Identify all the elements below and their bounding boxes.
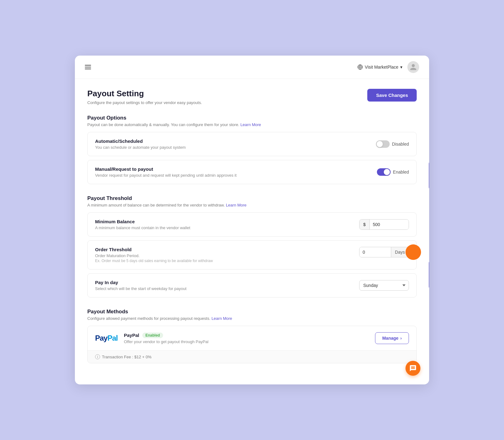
header-right: Visit MarketPlace ▾: [357, 61, 419, 73]
paypal-footer: i Transaction Fee : $12 + 0%: [88, 350, 416, 363]
order-threshold-label: Order Threshold: [95, 247, 213, 252]
payout-methods-title: Payout Methods: [87, 309, 417, 315]
save-changes-button[interactable]: Save Changes: [367, 89, 417, 102]
payout-options-desc: Payout can be done automatically & manua…: [87, 122, 417, 127]
page-header: Payout Setting Configure the payout sett…: [87, 89, 417, 105]
transaction-fee-text: Transaction Fee : $12 + 0%: [102, 355, 152, 359]
paypal-left: PayPal PayPal Enabled Offer your vendor …: [95, 333, 208, 344]
feedback-tab-2[interactable]: Feedback: [429, 261, 429, 289]
visit-marketplace-label: Visit MarketPlace: [365, 65, 398, 70]
pay-in-day-select[interactable]: Sunday Monday Tuesday Wednesday Thursday…: [359, 280, 409, 291]
order-threshold-card: Order Threshold Order Maturation Period.…: [87, 240, 417, 270]
pay-in-day-left: Pay In day Select which will be the star…: [95, 280, 186, 291]
manage-label: Manage: [382, 336, 398, 341]
payout-threshold-desc: A minimum amount of balance can be deter…: [87, 203, 417, 207]
order-threshold-input-group: Days: [359, 247, 409, 257]
user-avatar[interactable]: [407, 61, 419, 73]
automatic-desc: You can schedule or automate your payout…: [95, 145, 186, 150]
automatic-scheduled-card: Automatic/Scheduled You can schedule or …: [87, 132, 417, 156]
min-balance-prefix: $: [360, 220, 370, 229]
pay-in-day-desc: Select which will be the start of weekda…: [95, 286, 186, 291]
manual-request-card: Manual/Request to payout Vendor request …: [87, 160, 417, 184]
decorative-orange-circle: [405, 244, 421, 260]
order-threshold-input-wrap: Days: [359, 247, 409, 257]
manual-desc: Vendor request for payout and request wi…: [95, 173, 236, 178]
order-threshold-left: Order Threshold Order Maturation Period.…: [95, 247, 213, 263]
paypal-name: PayPal: [124, 333, 139, 338]
user-icon: [410, 63, 417, 71]
payout-options-section: Payout Options Payout can be done automa…: [87, 115, 417, 184]
minimum-balance-card: Minimum Balance A minimum balance must c…: [87, 212, 417, 237]
visit-marketplace-button[interactable]: Visit MarketPlace ▾: [357, 64, 402, 70]
min-balance-desc: A minimum balance must contain in the ve…: [95, 225, 190, 230]
pay-in-day-label: Pay In day: [95, 280, 186, 285]
manual-state-label: Enabled: [393, 170, 409, 175]
paypal-main: PayPal PayPal Enabled Offer your vendor …: [88, 326, 416, 350]
min-balance-left: Minimum Balance A minimum balance must c…: [95, 219, 190, 230]
manual-toggle[interactable]: [377, 168, 391, 176]
order-threshold-desc-extra: Ex. Order must be 5 days old sales earni…: [95, 259, 213, 263]
paypal-info: PayPal Enabled Offer your vendor to get …: [124, 333, 208, 344]
main-content: Payout Setting Configure the payout sett…: [75, 79, 429, 384]
payout-threshold-learn-more[interactable]: Learn More: [226, 203, 246, 207]
min-balance-input-group: $: [359, 219, 409, 230]
pay-in-day-card: Pay In day Select which will be the star…: [87, 273, 417, 297]
chevron-right-icon: ›: [400, 336, 402, 341]
payout-options-title: Payout Options: [87, 115, 417, 121]
automatic-state-label: Disabled: [392, 142, 409, 147]
chat-icon: [409, 365, 417, 372]
automatic-card-left: Automatic/Scheduled You can schedule or …: [95, 138, 186, 150]
manual-card-left: Manual/Request to payout Vendor request …: [95, 166, 236, 178]
paypal-card: PayPal PayPal Enabled Offer your vendor …: [87, 326, 417, 363]
page-header-text: Payout Setting Configure the payout sett…: [87, 89, 202, 105]
automatic-toggle-wrap: Disabled: [376, 140, 409, 148]
info-icon: i: [95, 354, 100, 359]
hamburger-menu[interactable]: [85, 65, 91, 69]
globe-icon: [357, 64, 363, 70]
automatic-label: Automatic/Scheduled: [95, 138, 186, 144]
payout-methods-learn-more[interactable]: Learn More: [212, 316, 232, 321]
min-balance-label: Minimum Balance: [95, 219, 190, 224]
feedback-tab[interactable]: Feedback: [429, 161, 429, 190]
page-title: Payout Setting: [87, 89, 202, 98]
page-subtitle: Configure the payout settings to offer y…: [87, 100, 202, 105]
pay-in-day-select-wrap: Sunday Monday Tuesday Wednesday Thursday…: [359, 280, 409, 291]
paypal-enabled-badge: Enabled: [142, 333, 163, 338]
paypal-logo: PayPal: [95, 334, 118, 342]
payout-options-learn-more[interactable]: Learn More: [241, 122, 261, 127]
payout-methods-section: Payout Methods Configure allowed payment…: [87, 309, 417, 363]
chat-button[interactable]: [405, 361, 420, 376]
automatic-toggle[interactable]: [376, 140, 390, 148]
min-balance-input-wrap: $: [359, 219, 409, 230]
chevron-down-icon: ▾: [400, 65, 402, 70]
header: Visit MarketPlace ▾: [75, 56, 429, 79]
manual-label: Manual/Request to payout: [95, 166, 236, 172]
paypal-name-row: PayPal Enabled: [124, 333, 208, 338]
min-balance-input[interactable]: [370, 220, 409, 229]
payout-threshold-section: Payout Threshold A minimum amount of bal…: [87, 195, 417, 297]
paypal-manage-button[interactable]: Manage ›: [375, 332, 409, 344]
payout-methods-desc: Configure allowed payment methods for pr…: [87, 316, 417, 321]
payout-threshold-title: Payout Threshold: [87, 195, 417, 202]
manual-toggle-wrap: Enabled: [377, 168, 409, 176]
order-threshold-desc: Order Maturation Period.: [95, 253, 213, 258]
order-threshold-input[interactable]: [360, 247, 391, 257]
paypal-desc: Offer your vendor to get payout through …: [124, 339, 208, 344]
